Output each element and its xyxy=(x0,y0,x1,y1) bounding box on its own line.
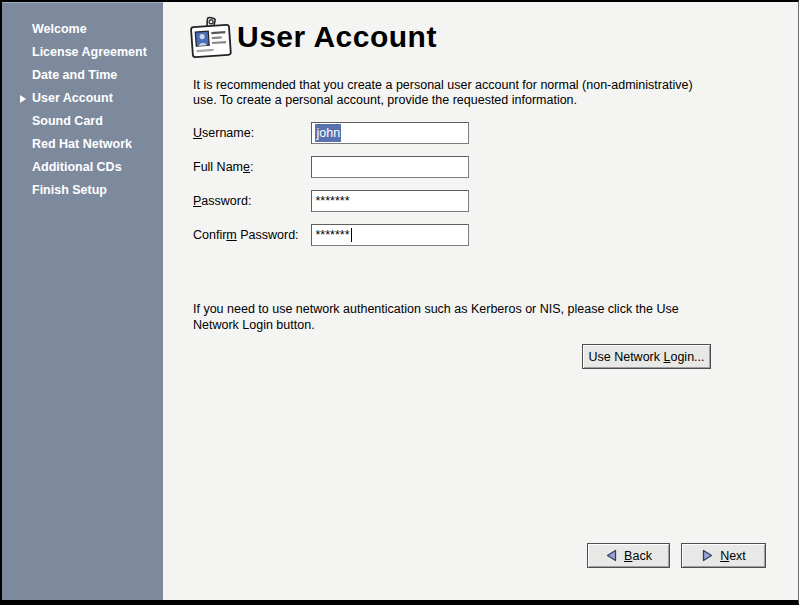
sidebar-item-date-and-time[interactable]: Date and Time xyxy=(2,64,163,87)
back-label: Back xyxy=(624,549,652,563)
sidebar-item-license-agreement[interactable]: License Agreement xyxy=(2,41,163,64)
sidebar-item-finish-setup[interactable]: Finish Setup xyxy=(2,179,163,202)
next-label: Next xyxy=(720,549,746,563)
sidebar-item-additional-cds[interactable]: Additional CDs xyxy=(2,156,163,179)
arrow-right-icon xyxy=(701,549,714,562)
current-step-arrow-icon xyxy=(20,95,26,103)
id-badge-icon xyxy=(189,16,233,64)
username-label: Username: xyxy=(193,122,307,144)
arrow-left-icon xyxy=(605,549,618,562)
sidebar-item-label: Red Hat Network xyxy=(32,137,132,151)
page-title: User Account xyxy=(237,20,437,54)
sidebar-item-label: Additional CDs xyxy=(32,160,122,174)
setup-wizard-window: Welcome License Agreement Date and Time … xyxy=(0,0,799,605)
confirm-password-label: Confirm Password: xyxy=(193,224,307,246)
confirm-password-field-row: Confirm Password: ******* xyxy=(193,224,469,246)
username-input[interactable]: john xyxy=(311,122,469,144)
main-pane: User Account It is recommended that you … xyxy=(163,2,798,600)
sidebar-item-label: License Agreement xyxy=(32,45,147,59)
username-field-row: Username: john xyxy=(193,122,469,144)
sidebar-item-user-account[interactable]: User Account xyxy=(2,87,163,110)
next-button[interactable]: Next xyxy=(681,543,766,568)
sidebar-item-label: User Account xyxy=(32,91,113,105)
use-network-login-button[interactable]: Use Network Login... xyxy=(582,344,711,369)
sidebar-item-red-hat-network[interactable]: Red Hat Network xyxy=(2,133,163,156)
password-field-row: Password: ******* xyxy=(193,190,469,212)
password-input[interactable]: ******* xyxy=(311,190,469,212)
selected-text: john xyxy=(315,124,341,142)
sidebar-item-sound-card[interactable]: Sound Card xyxy=(2,110,163,133)
intro-text: It is recommended that you create a pers… xyxy=(193,78,705,108)
full-name-input[interactable] xyxy=(311,156,469,178)
network-auth-hint: If you need to use network authenticatio… xyxy=(193,302,693,333)
sidebar-item-label: Finish Setup xyxy=(32,183,107,197)
text-caret xyxy=(351,228,353,242)
sidebar-item-label: Sound Card xyxy=(32,114,103,128)
wizard-steps-sidebar: Welcome License Agreement Date and Time … xyxy=(2,2,163,600)
back-button[interactable]: Back xyxy=(587,543,670,568)
sidebar-item-welcome[interactable]: Welcome xyxy=(2,18,163,41)
sidebar-item-label: Welcome xyxy=(32,22,87,36)
use-network-login-label: Use Network Login... xyxy=(588,350,704,364)
confirm-password-input[interactable]: ******* xyxy=(311,224,469,246)
full-name-label: Full Name: xyxy=(193,156,307,178)
full-name-field-row: Full Name: xyxy=(193,156,469,178)
password-label: Password: xyxy=(193,190,307,212)
sidebar-item-label: Date and Time xyxy=(32,68,117,82)
